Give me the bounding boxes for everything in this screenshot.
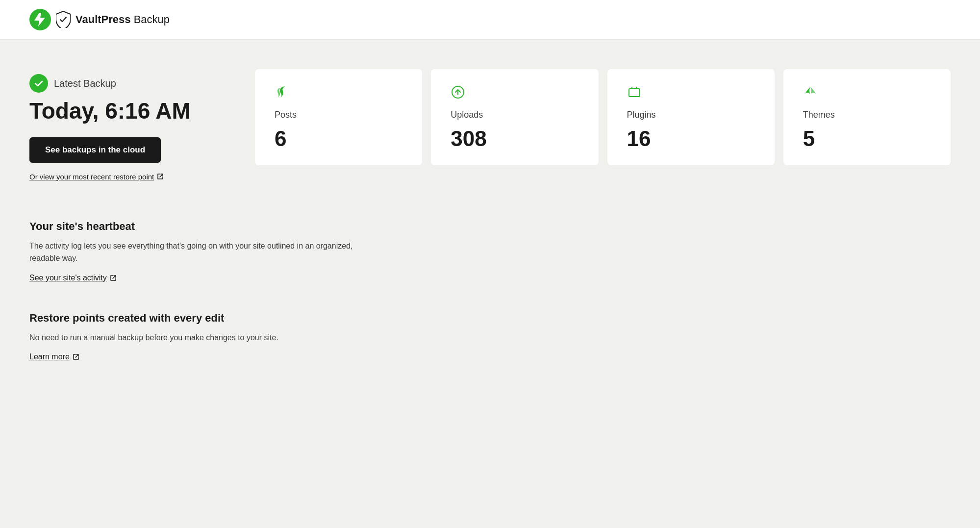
latest-backup-text: Latest Backup [54, 78, 116, 89]
app-title: VaultPress Backup [75, 13, 170, 26]
stat-card-uploads: Uploads 308 [431, 69, 598, 165]
main-content: Latest Backup Today, 6:16 AM See backups… [0, 40, 980, 528]
logo-container: VaultPress Backup [29, 9, 170, 30]
learn-more-link-text: Learn more [29, 352, 70, 361]
svg-rect-2 [629, 89, 640, 97]
external-link-icon [73, 353, 79, 360]
stats-cards: Posts 6 Uploads 308 [255, 69, 951, 165]
backup-time: Today, 6:16 AM [29, 99, 235, 124]
app-title-bold: VaultPress [75, 13, 131, 25]
themes-label: Themes [803, 110, 931, 120]
latest-backup-label: Latest Backup [29, 74, 235, 93]
plugins-label: Plugins [627, 110, 755, 120]
themes-value: 5 [803, 128, 931, 150]
app-header: VaultPress Backup [0, 0, 980, 40]
site-activity-link[interactable]: See your site's activity [29, 274, 117, 282]
plugins-icon [627, 85, 755, 102]
restore-points-desc: No need to run a manual backup before yo… [29, 331, 373, 344]
restore-points-section: Restore points created with every edit N… [29, 312, 373, 362]
app-title-light: Backup [131, 13, 170, 25]
jetpack-logo-icon [29, 9, 51, 30]
uploads-value: 308 [451, 128, 578, 150]
restore-link-text: Or view your most recent restore point [29, 173, 154, 181]
backup-status-icon [29, 74, 48, 93]
posts-label: Posts [275, 110, 402, 120]
see-backups-button[interactable]: See backups in the cloud [29, 137, 161, 163]
backup-info: Latest Backup Today, 6:16 AM See backups… [29, 69, 235, 181]
stat-card-plugins: Plugins 16 [607, 69, 775, 165]
heartbeat-desc: The activity log lets you see everything… [29, 240, 373, 265]
learn-more-link[interactable]: Learn more [29, 352, 79, 361]
restore-link[interactable]: Or view your most recent restore point [29, 173, 235, 181]
vaultpress-shield-icon [56, 11, 71, 28]
plugins-value: 16 [627, 128, 755, 150]
external-link-icon [157, 173, 164, 180]
uploads-label: Uploads [451, 110, 578, 120]
posts-value: 6 [275, 128, 402, 150]
stat-card-themes: Themes 5 [783, 69, 951, 165]
stat-card-posts: Posts 6 [255, 69, 422, 165]
heartbeat-title: Your site's heartbeat [29, 220, 373, 233]
themes-icon [803, 85, 931, 102]
site-activity-link-text: See your site's activity [29, 274, 107, 282]
external-link-icon [110, 275, 117, 281]
uploads-icon [451, 85, 578, 102]
heartbeat-section: Your site's heartbeat The activity log l… [29, 220, 373, 282]
restore-points-title: Restore points created with every edit [29, 312, 373, 325]
posts-icon [275, 85, 402, 102]
backup-section: Latest Backup Today, 6:16 AM See backups… [29, 69, 951, 181]
